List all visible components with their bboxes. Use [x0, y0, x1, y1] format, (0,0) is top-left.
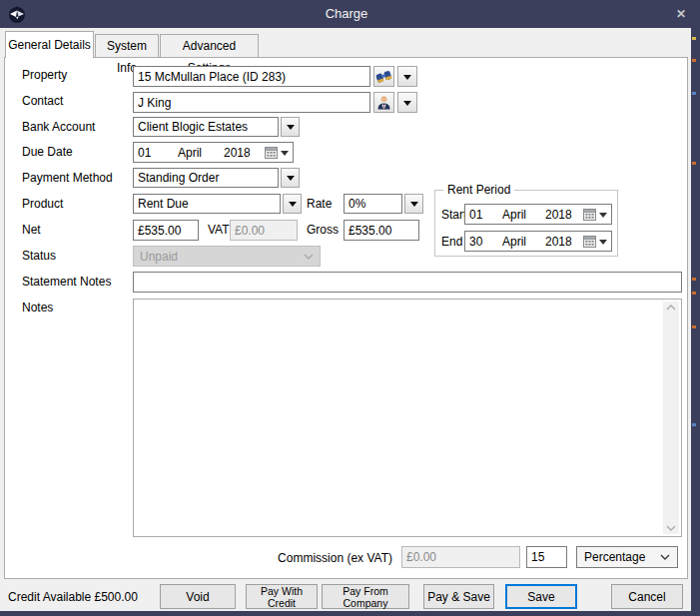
- rent-start-label: Start: [441, 208, 466, 222]
- binoculars-icon: [375, 69, 392, 84]
- notes-scrollbar[interactable]: [663, 302, 679, 534]
- payment-method-label: Payment Method: [22, 171, 113, 185]
- payment-method-input[interactable]: [133, 168, 279, 188]
- background-app-edge: [692, 37, 696, 40]
- statement-notes-label: Statement Notes: [22, 275, 111, 289]
- pay-with-credit-button[interactable]: Pay With Credit: [246, 584, 318, 609]
- credit-available-text: Credit Available £500.00: [8, 590, 138, 604]
- void-button[interactable]: Void: [160, 584, 236, 609]
- due-date-month[interactable]: April: [178, 146, 224, 160]
- rate-dropdown-button[interactable]: [404, 194, 423, 214]
- due-date-calendar-button[interactable]: [265, 147, 293, 159]
- tab-system-info[interactable]: System Info: [95, 34, 159, 57]
- rent-period-group: Rent Period Start 01 April 2018 End 30: [434, 190, 618, 257]
- calendar-icon: [583, 209, 596, 221]
- dropdown-arrow-icon: [287, 125, 295, 130]
- payment-method-dropdown-button[interactable]: [281, 168, 300, 188]
- property-input[interactable]: [133, 66, 370, 87]
- contact-input[interactable]: [133, 92, 370, 113]
- rent-end-year[interactable]: 2018: [545, 235, 583, 249]
- rate-input[interactable]: [344, 194, 402, 214]
- statement-notes-input[interactable]: [133, 272, 682, 293]
- chevron-down-icon: [660, 554, 670, 560]
- rate-label: Rate: [307, 197, 332, 211]
- notes-label: Notes: [22, 301, 53, 314]
- rent-period-title: Rent Period: [443, 183, 514, 197]
- background-app-edge: [692, 292, 696, 295]
- dropdown-arrow-icon: [289, 202, 297, 207]
- rent-start-date-picker[interactable]: 01 April 2018: [464, 204, 612, 225]
- commission-label: Commission (ex VAT): [278, 551, 392, 565]
- product-dropdown-button[interactable]: [283, 194, 302, 214]
- cancel-button[interactable]: Cancel: [611, 584, 683, 609]
- product-label: Product: [22, 197, 63, 211]
- bank-account-label: Bank Account: [22, 120, 95, 134]
- charge-dialog-window: Charge ✕ General Details System Info Adv…: [0, 0, 700, 616]
- background-app-edge: [692, 423, 696, 426]
- dropdown-arrow-icon: [281, 151, 289, 156]
- vat-label: VAT: [208, 223, 230, 237]
- dropdown-arrow-icon: [287, 176, 295, 181]
- property-label: Property: [22, 68, 67, 82]
- chevron-up-icon: [666, 305, 676, 310]
- due-date-picker[interactable]: 01 April 2018: [133, 142, 294, 163]
- window-title: Charge: [0, 0, 693, 28]
- background-app-edge: [692, 92, 696, 95]
- close-icon[interactable]: ✕: [669, 0, 693, 28]
- save-button[interactable]: Save: [505, 584, 577, 609]
- due-date-year[interactable]: 2018: [224, 146, 265, 160]
- gross-label: Gross: [307, 223, 339, 237]
- commission-amount-disabled: [401, 546, 520, 568]
- person-icon: [376, 95, 391, 110]
- background-app-edge: [692, 162, 696, 165]
- net-label: Net: [22, 223, 41, 237]
- product-input[interactable]: [133, 194, 281, 214]
- titlebar[interactable]: Charge ✕: [0, 0, 700, 28]
- vat-input-disabled: [230, 220, 298, 241]
- contact-dropdown-button[interactable]: [397, 92, 417, 113]
- dropdown-arrow-icon: [403, 101, 411, 106]
- dropdown-arrow-icon: [403, 75, 411, 80]
- bank-account-input[interactable]: [133, 117, 279, 137]
- rent-end-month[interactable]: April: [502, 235, 545, 249]
- pay-from-company-button[interactable]: Pay From Company: [322, 584, 409, 609]
- contact-label: Contact: [22, 94, 63, 108]
- rent-end-label: End: [441, 235, 462, 249]
- rent-start-calendar-button[interactable]: [583, 209, 611, 221]
- background-app-edge: [692, 278, 696, 281]
- status-value: Unpaid: [140, 250, 178, 264]
- rent-end-date-picker[interactable]: 30 April 2018: [464, 231, 612, 252]
- property-dropdown-button[interactable]: [397, 66, 417, 87]
- bank-account-dropdown-button[interactable]: [281, 117, 300, 137]
- tab-advanced-settings[interactable]: Advanced Settings: [160, 34, 259, 57]
- commission-type-dropdown[interactable]: Percentage: [576, 546, 678, 568]
- rent-start-year[interactable]: 2018: [545, 208, 583, 222]
- rent-end-calendar-button[interactable]: [583, 236, 611, 248]
- dropdown-arrow-icon: [599, 213, 607, 218]
- calendar-icon: [583, 236, 596, 248]
- notes-textarea[interactable]: [135, 301, 658, 535]
- background-app-edge: [692, 59, 696, 62]
- notes-field: [133, 299, 682, 537]
- gross-input[interactable]: [344, 220, 419, 241]
- status-dropdown-disabled: Unpaid: [133, 246, 321, 267]
- chevron-down-icon: [666, 525, 676, 531]
- property-lookup-button[interactable]: [373, 66, 394, 87]
- due-date-day[interactable]: 01: [134, 146, 178, 160]
- contact-lookup-button[interactable]: [373, 92, 394, 113]
- chevron-down-icon: [304, 254, 314, 260]
- rent-start-day[interactable]: 01: [465, 208, 502, 222]
- dropdown-arrow-icon: [410, 202, 418, 207]
- calendar-icon: [265, 147, 278, 159]
- pay-and-save-button[interactable]: Pay & Save: [423, 584, 494, 609]
- tab-general-details[interactable]: General Details: [5, 31, 94, 58]
- status-label: Status: [22, 249, 56, 263]
- background-app-edge: [692, 325, 696, 328]
- commission-type-value: Percentage: [584, 550, 645, 564]
- rent-start-month[interactable]: April: [502, 208, 545, 222]
- due-date-label: Due Date: [22, 145, 73, 159]
- dropdown-arrow-icon: [599, 240, 607, 245]
- net-input[interactable]: [133, 220, 199, 241]
- rent-end-day[interactable]: 30: [465, 235, 502, 249]
- commission-rate-input[interactable]: [526, 546, 567, 568]
